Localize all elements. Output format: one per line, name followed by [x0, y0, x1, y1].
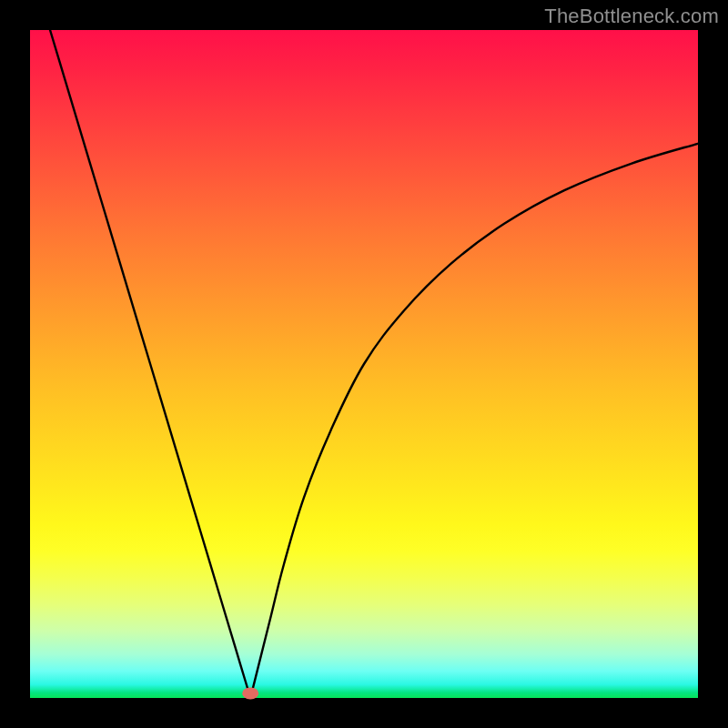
curve-layer [30, 30, 698, 698]
marker-dot [242, 687, 258, 699]
chart-frame: TheBottleneck.com [0, 0, 728, 728]
watermark-text: TheBottleneck.com [544, 5, 719, 28]
plot-area [30, 30, 698, 698]
bottleneck-curve [30, 30, 698, 698]
